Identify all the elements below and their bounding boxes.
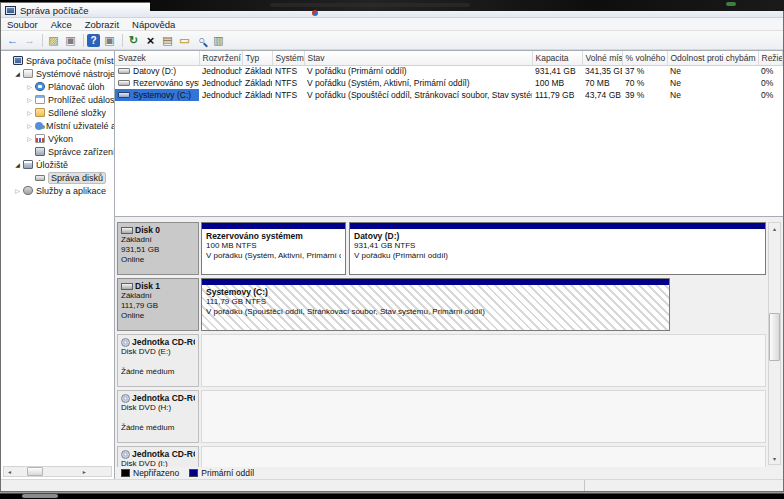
cell-typ: Základní bbox=[242, 65, 272, 77]
volume-row-datovy[interactable]: Datovy (D:) Jednoduchý Základní NTFS V p… bbox=[115, 65, 782, 77]
volume-icon bbox=[118, 68, 130, 74]
expander-icon[interactable]: ▷ bbox=[25, 96, 34, 103]
properties-icon[interactable] bbox=[160, 33, 175, 48]
col-system[interactable]: Systém ... bbox=[272, 51, 304, 65]
open-icon[interactable] bbox=[177, 33, 192, 48]
show-hide-console-icon[interactable] bbox=[63, 33, 78, 48]
main-area: Správa počítače (místní) ◢ Systémové nás… bbox=[1, 50, 783, 479]
help-icon[interactable] bbox=[87, 34, 100, 47]
cell-stav: V pořádku (Systém, Aktivní, Primární odd… bbox=[304, 77, 532, 89]
cell-svazek[interactable]: Rezervováno systémem bbox=[115, 77, 199, 89]
col-rozvrzeni[interactable]: Rozvržení bbox=[199, 51, 242, 65]
cdrom0-header[interactable]: Jednotka CD-ROM 0 Disk DVD (E:) Žádné mé… bbox=[117, 334, 199, 387]
show-window-icon[interactable] bbox=[102, 33, 117, 48]
scrollbar-track[interactable] bbox=[15, 467, 58, 476]
scroll-down-icon[interactable] bbox=[769, 453, 780, 464]
help-topics-icon[interactable] bbox=[211, 33, 226, 48]
desktop: Správa počítače Soubor Akce Zobrazit Náp… bbox=[0, 0, 784, 499]
tree-item-performance[interactable]: ▷ Výkon bbox=[1, 132, 114, 145]
menu-soubor[interactable]: Soubor bbox=[7, 19, 38, 30]
disk0-header[interactable]: Disk 0 Základní 931,51 GB Online bbox=[117, 222, 199, 275]
col-stav[interactable]: Stav bbox=[304, 51, 532, 65]
disk0-size: 931,51 GB bbox=[121, 245, 195, 255]
cdrom1-empty-area[interactable] bbox=[201, 390, 766, 443]
disk1-header[interactable]: Disk 1 Základní 111,79 GB Online bbox=[117, 278, 199, 331]
tree-horizontal-scrollbar[interactable] bbox=[3, 466, 112, 477]
expander-icon[interactable]: ▷ bbox=[13, 187, 22, 194]
tree-item-services-applications[interactable]: ▷ Služby a aplikace bbox=[1, 184, 114, 197]
col-volne-misto[interactable]: Volné místo bbox=[582, 51, 622, 65]
back-icon[interactable] bbox=[5, 33, 20, 48]
services-icon bbox=[23, 186, 33, 195]
col-kapacita[interactable]: Kapacita bbox=[532, 51, 582, 65]
cdrom0-empty-area[interactable] bbox=[201, 334, 766, 387]
cell-system: NTFS bbox=[272, 89, 304, 101]
cdrom1-media: Žádné médium bbox=[121, 423, 195, 433]
show-console-tree-icon[interactable] bbox=[46, 33, 61, 48]
forward-icon[interactable] bbox=[22, 33, 37, 48]
delete-icon[interactable] bbox=[143, 33, 158, 48]
tree-item-local-users-groups[interactable]: ▷ Místní uživatelé a skupi bbox=[1, 119, 114, 132]
tree-item-event-viewer[interactable]: ▷ Prohlížeč událostí bbox=[1, 93, 114, 106]
expander-icon[interactable]: ▷ bbox=[25, 135, 34, 142]
volume-row-rezervovano[interactable]: Rezervováno systémem Jednoduchý Základní… bbox=[115, 77, 782, 89]
cdrom0-media: Žádné médium bbox=[121, 367, 195, 377]
partition-systemovy-selected[interactable]: Systemovy (C:) 111,79 GB NTFS V pořádku … bbox=[201, 278, 670, 331]
partition-rezervovano-systemem[interactable]: Rezervováno systémem 100 MB NTFS V pořád… bbox=[201, 222, 346, 275]
scroll-right-icon[interactable] bbox=[58, 467, 112, 476]
expander-icon[interactable]: ▷ bbox=[25, 109, 34, 116]
cell-svazek-selected[interactable]: Systemovy (C:) bbox=[115, 89, 199, 101]
col-typ[interactable]: Typ bbox=[242, 51, 272, 65]
status-section-left bbox=[1, 480, 585, 491]
find-icon[interactable] bbox=[194, 33, 209, 48]
legend-unallocated: Nepřiřazeno bbox=[133, 468, 179, 478]
toolbar-separator bbox=[122, 34, 123, 47]
disk-row-1: Disk 1 Základní 111,79 GB Online Systemo… bbox=[117, 278, 766, 331]
refresh-icon[interactable] bbox=[126, 33, 141, 48]
cdrom2-empty-area[interactable] bbox=[201, 446, 766, 467]
tree-item-device-manager[interactable]: Správce zařízení bbox=[1, 145, 114, 158]
expander-icon[interactable]: ◢ bbox=[13, 70, 22, 77]
scrollbar-track[interactable] bbox=[769, 234, 780, 453]
expander-icon[interactable]: ◢ bbox=[13, 161, 22, 168]
scroll-left-icon[interactable] bbox=[4, 467, 15, 476]
cell-system: NTFS bbox=[272, 77, 304, 89]
console-tree: Správa počítače (místní) ◢ Systémové nás… bbox=[1, 51, 115, 479]
col-pct-volneho[interactable]: % volného ... bbox=[622, 51, 667, 65]
hard-disk-icon bbox=[121, 227, 133, 234]
cell-odolnost: Ne bbox=[667, 77, 758, 89]
performance-icon bbox=[35, 134, 45, 143]
tree-item-system-tools[interactable]: ◢ Systémové nástroje bbox=[1, 67, 114, 80]
col-svazek[interactable]: Svazek bbox=[115, 51, 199, 65]
cell-rozvrzeni: Jednoduchý bbox=[199, 77, 242, 89]
col-odolnost[interactable]: Odolnost proti chybám bbox=[667, 51, 758, 65]
toolbar bbox=[1, 31, 783, 50]
expander-icon[interactable]: ▷ bbox=[25, 83, 34, 90]
col-rezie[interactable]: Režie bbox=[758, 51, 782, 65]
graph-vertical-scrollbar[interactable] bbox=[768, 222, 781, 465]
tree-item-task-scheduler[interactable]: ▷ Plánovač úloh bbox=[1, 80, 114, 93]
tree-item-storage[interactable]: ◢ Úložiště bbox=[1, 158, 114, 171]
favicon-dot bbox=[312, 10, 318, 16]
menu-akce[interactable]: Akce bbox=[51, 19, 72, 30]
cdrom1-header[interactable]: Jednotka CD-ROM 1 Disk DVD (H:) Žádné mé… bbox=[117, 390, 199, 443]
scrollbar-thumb[interactable] bbox=[27, 467, 43, 476]
volume-icon bbox=[118, 92, 130, 98]
cell-volne: 70 MB bbox=[582, 77, 622, 89]
cell-svazek[interactable]: Datovy (D:) bbox=[115, 65, 199, 77]
cdrom-row-1: Jednotka CD-ROM 1 Disk DVD (H:) Žádné mé… bbox=[117, 390, 766, 443]
tree-item-disk-management[interactable]: Správa disků bbox=[1, 171, 114, 184]
expander-icon[interactable]: ▷ bbox=[25, 122, 34, 129]
tree-item-shared-folders[interactable]: ▷ Sdílené složky bbox=[1, 106, 114, 119]
partition-datovy[interactable]: Datovy (D:) 931,41 GB NTFS V pořádku (Pr… bbox=[349, 222, 766, 275]
menu-zobrazit[interactable]: Zobrazit bbox=[85, 19, 119, 30]
volume-list-header[interactable]: Svazek Rozvržení Typ Systém ... Stav Kap… bbox=[115, 51, 782, 65]
menu-napoveda[interactable]: Nápověda bbox=[132, 19, 175, 30]
volume-row-systemovy[interactable]: Systemovy (C:) Jednoduchý Základní NTFS … bbox=[115, 89, 782, 101]
cdrom-row-2: Jednotka CD-ROM 2 Disk DVD (I:) bbox=[117, 446, 766, 467]
scrollbar-thumb[interactable] bbox=[769, 313, 780, 361]
empty-space bbox=[673, 278, 766, 331]
cdrom2-header[interactable]: Jednotka CD-ROM 2 Disk DVD (I:) bbox=[117, 446, 199, 467]
scroll-up-icon[interactable] bbox=[769, 223, 780, 234]
tree-item-computer-management[interactable]: Správa počítače (místní) bbox=[1, 54, 114, 67]
